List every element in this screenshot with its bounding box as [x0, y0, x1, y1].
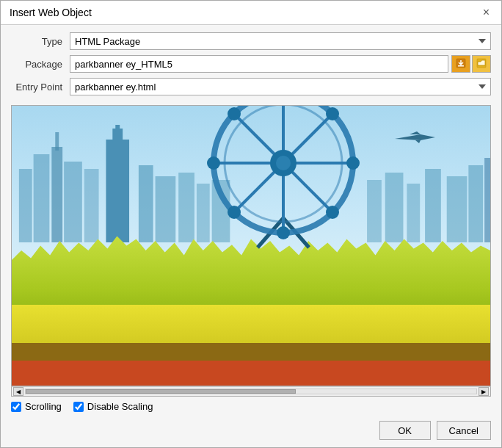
ferris-wheel — [203, 106, 364, 253]
svg-rect-23 — [484, 158, 490, 242]
svg-rect-8 — [84, 169, 99, 242]
title-bar: Insert Web Object × — [1, 1, 501, 25]
type-label: Type — [11, 36, 70, 47]
folder-icon — [476, 58, 487, 71]
scroll-left-button[interactable]: ◀ — [13, 387, 23, 396]
import-button[interactable] — [451, 55, 470, 73]
svg-rect-18 — [385, 173, 404, 242]
options-area: Scrolling Disable Scaling — [1, 397, 501, 416]
svg-rect-17 — [367, 180, 382, 242]
entry-point-row: Entry Point parkbanner ey.html — [11, 78, 491, 95]
dialog-buttons: OK Cancel — [1, 416, 501, 447]
package-label: Package — [11, 59, 70, 70]
cancel-button[interactable]: Cancel — [437, 421, 491, 440]
ground-base — [12, 361, 490, 386]
scroll-track[interactable] — [25, 389, 477, 394]
package-control-wrap — [70, 55, 491, 73]
type-select[interactable]: HTML PackageURLHTML — [70, 32, 491, 50]
disable-scaling-checkbox[interactable] — [73, 402, 84, 412]
scrolling-checkbox[interactable] — [11, 402, 21, 412]
disable-scaling-option[interactable]: Disable Scaling — [73, 401, 153, 412]
scroll-thumb[interactable] — [26, 389, 296, 394]
svg-rect-12 — [139, 165, 153, 242]
scene — [12, 106, 490, 386]
svg-rect-6 — [55, 132, 59, 151]
package-input[interactable] — [70, 55, 448, 73]
ground-yellow — [12, 305, 490, 349]
package-buttons — [451, 55, 491, 73]
horizontal-scrollbar[interactable]: ◀ ▶ — [11, 386, 491, 397]
svg-rect-4 — [34, 154, 50, 242]
scrolling-option[interactable]: Scrolling — [11, 401, 62, 412]
svg-rect-1 — [458, 65, 464, 67]
disable-scaling-label: Disable Scaling — [87, 401, 153, 412]
svg-rect-20 — [425, 169, 441, 242]
svg-rect-5 — [51, 147, 62, 242]
preview-area — [11, 105, 491, 386]
scroll-right-button[interactable]: ▶ — [479, 387, 489, 396]
scrolling-label: Scrolling — [25, 401, 62, 412]
svg-point-40 — [326, 107, 339, 120]
svg-rect-22 — [468, 165, 483, 242]
svg-point-37 — [346, 156, 360, 170]
type-row: Type HTML PackageURLHTML — [11, 32, 491, 50]
entry-select[interactable]: parkbanner ey.html — [70, 78, 491, 95]
import-icon — [456, 58, 466, 71]
entry-control-wrap: parkbanner ey.html — [70, 78, 491, 95]
svg-rect-21 — [447, 176, 468, 242]
form-area: Type HTML PackageURLHTML Package — [1, 25, 501, 105]
svg-rect-7 — [64, 162, 82, 242]
close-button[interactable]: × — [480, 7, 492, 18]
entry-label: Entry Point — [11, 82, 70, 93]
svg-rect-3 — [19, 169, 32, 242]
svg-point-38 — [277, 226, 290, 239]
svg-rect-14 — [178, 173, 194, 242]
browse-button[interactable] — [472, 55, 491, 73]
svg-rect-9 — [106, 140, 129, 242]
svg-point-42 — [228, 107, 241, 120]
dialog-title: Insert Web Object — [10, 7, 92, 18]
package-row: Package — [11, 55, 491, 73]
svg-point-41 — [326, 206, 339, 219]
svg-point-43 — [228, 206, 241, 219]
svg-rect-11 — [115, 125, 120, 132]
insert-web-object-dialog: Insert Web Object × Type HTML PackageURL… — [0, 0, 502, 448]
svg-rect-19 — [407, 184, 420, 242]
type-control-wrap: HTML PackageURLHTML — [70, 32, 491, 50]
svg-rect-13 — [156, 176, 176, 242]
svg-point-45 — [276, 156, 291, 170]
ok-button[interactable]: OK — [379, 421, 431, 440]
svg-point-39 — [207, 156, 220, 170]
